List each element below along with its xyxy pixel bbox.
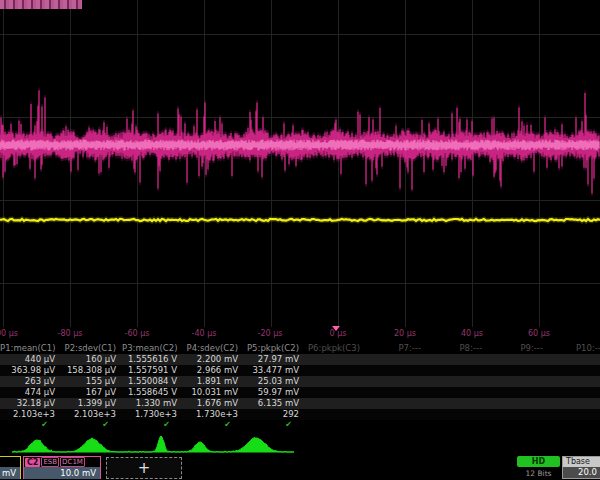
- param-value-P7: [366, 409, 427, 420]
- time-axis-label: -20 µs: [258, 329, 283, 338]
- param-header-P1[interactable]: P1:mean(C1): [0, 342, 61, 354]
- param-value-P1: 32.18 µV: [0, 398, 61, 409]
- param-value-P5: 27.97 mV: [244, 354, 305, 365]
- param-value-P6: [305, 365, 366, 376]
- param-value-P3: 1.730e+3: [122, 409, 183, 420]
- param-value-P5: 6.135 mV: [244, 398, 305, 409]
- param-value-P8: [427, 376, 488, 387]
- param-value-P4: 2.966 mV: [183, 365, 244, 376]
- c2-volts-per-div: 10.0 mV: [24, 467, 100, 479]
- trigger-position-marker[interactable]: [332, 326, 340, 331]
- param-header-P2[interactable]: P2:sdev(C1): [61, 342, 122, 354]
- c1-volts-per-div: 10.0 mV: [0, 467, 20, 479]
- param-value-P2: 158.308 µV: [61, 365, 122, 376]
- param-header-P6[interactable]: P6:pkpk(C3): [305, 342, 366, 354]
- param-status-P10: [549, 420, 600, 430]
- graticule-grid: [0, 0, 600, 327]
- param-status-P1: ✔: [0, 420, 61, 430]
- param-value-P5: 33.477 mV: [244, 365, 305, 376]
- param-value-P1: 363.98 µV: [0, 365, 61, 376]
- channel-c2-descriptor[interactable]: C2 ESBDC1M 10.0 mV: [23, 456, 101, 479]
- measurement-table: P1:mean(C1)P2:sdev(C1)P3:mean(C2)P4:sdev…: [0, 342, 600, 430]
- param-value-P6: [305, 354, 366, 365]
- oscilloscope-screen: -100 µs-80 µs-60 µs-40 µs-20 µs0 µs20 µs…: [0, 0, 600, 480]
- param-value-P10: [549, 376, 600, 387]
- param-value-P2: 2.103e+3: [61, 409, 122, 420]
- param-header-P3[interactable]: P3:mean(C2): [122, 342, 183, 354]
- param-value-P10: [549, 387, 600, 398]
- param-value-P9: [488, 387, 549, 398]
- add-channel-button[interactable]: +: [106, 457, 182, 479]
- param-value-P4: 2.200 mV: [183, 354, 244, 365]
- param-value-P3: 1.550084 V: [122, 376, 183, 387]
- measurement-histicons: [12, 436, 294, 452]
- param-value-P8: [427, 387, 488, 398]
- param-value-P5: 25.03 mV: [244, 376, 305, 387]
- param-value-P4: 10.031 mV: [183, 387, 244, 398]
- param-value-P7: [366, 376, 427, 387]
- param-value-P8: [427, 354, 488, 365]
- param-value-P7: [366, 398, 427, 409]
- time-axis-label: 20 µs: [394, 329, 416, 338]
- param-value-P9: [488, 398, 549, 409]
- param-status-P9: [488, 420, 549, 430]
- param-value-P1: 2.103e+3: [0, 409, 61, 420]
- param-header-P9[interactable]: P9:---: [488, 342, 549, 354]
- param-value-P2: 160 µV: [61, 354, 122, 365]
- param-value-P2: 155 µV: [61, 376, 122, 387]
- param-value-P8: [427, 409, 488, 420]
- timebase-label: Tbase: [563, 457, 600, 467]
- time-axis-label: -100 µs: [0, 329, 18, 338]
- param-header-P4[interactable]: P4:sdev(C2): [183, 342, 244, 354]
- time-axis-label: -60 µs: [125, 329, 150, 338]
- channel-c1-descriptor[interactable]: C1 DC1M 10.0 mV: [0, 456, 21, 479]
- param-value-P6: [305, 398, 366, 409]
- hd-mode-badge[interactable]: HD: [517, 456, 560, 467]
- time-axis-label: -40 µs: [192, 329, 217, 338]
- timebase-value: 20.0 µs/div: [563, 467, 600, 478]
- param-status-P8: [427, 420, 488, 430]
- param-value-P9: [488, 365, 549, 376]
- param-value-P5: 59.97 mV: [244, 387, 305, 398]
- param-value-P7: [366, 354, 427, 365]
- param-header-P10[interactable]: P10:---: [549, 342, 600, 354]
- c2-tag-esb: ESB: [41, 457, 59, 467]
- waveform-plot-area: [0, 0, 600, 327]
- param-value-P7: [366, 387, 427, 398]
- time-axis-label: 40 µs: [461, 329, 483, 338]
- histicon-strip: [0, 430, 600, 456]
- param-value-P6: [305, 376, 366, 387]
- param-status-P7: [366, 420, 427, 430]
- param-value-P3: 1.557591 V: [122, 365, 183, 376]
- param-header-P5[interactable]: P5:pkpk(C2): [244, 342, 305, 354]
- param-header-P7[interactable]: P7:---: [366, 342, 427, 354]
- param-value-P3: 1.555616 V: [122, 354, 183, 365]
- param-header-P8[interactable]: P8:---: [427, 342, 488, 354]
- time-axis-label: 60 µs: [528, 329, 550, 338]
- param-value-P4: 1.891 mV: [183, 376, 244, 387]
- param-value-P9: [488, 409, 549, 420]
- top-left-trace-badge[interactable]: [0, 0, 82, 9]
- param-value-P7: [366, 365, 427, 376]
- param-value-P1: 474 µV: [0, 387, 61, 398]
- param-value-P1: 263 µV: [0, 376, 61, 387]
- param-value-P8: [427, 398, 488, 409]
- param-value-P3: 1.330 mV: [122, 398, 183, 409]
- time-axis: -100 µs-80 µs-60 µs-40 µs-20 µs0 µs20 µs…: [0, 327, 600, 342]
- c2-tag-dc1m: DC1M: [60, 457, 85, 467]
- param-value-P1: 440 µV: [0, 354, 61, 365]
- param-value-P6: [305, 409, 366, 420]
- param-value-P3: 1.558645 V: [122, 387, 183, 398]
- param-value-P10: [549, 354, 600, 365]
- hd-bits-label: 12 Bits: [514, 469, 563, 478]
- c2-badge: C2: [25, 458, 40, 467]
- param-status-P6: [305, 420, 366, 430]
- param-status-P2: ✔: [61, 420, 122, 430]
- param-value-P10: [549, 398, 600, 409]
- param-value-P10: [549, 409, 600, 420]
- param-value-P4: 1.730e+3: [183, 409, 244, 420]
- param-value-P6: [305, 387, 366, 398]
- timebase-descriptor[interactable]: Tbase 20.0 µs/div: [562, 456, 600, 479]
- param-value-P5: 292: [244, 409, 305, 420]
- param-status-P4: ✔: [183, 420, 244, 430]
